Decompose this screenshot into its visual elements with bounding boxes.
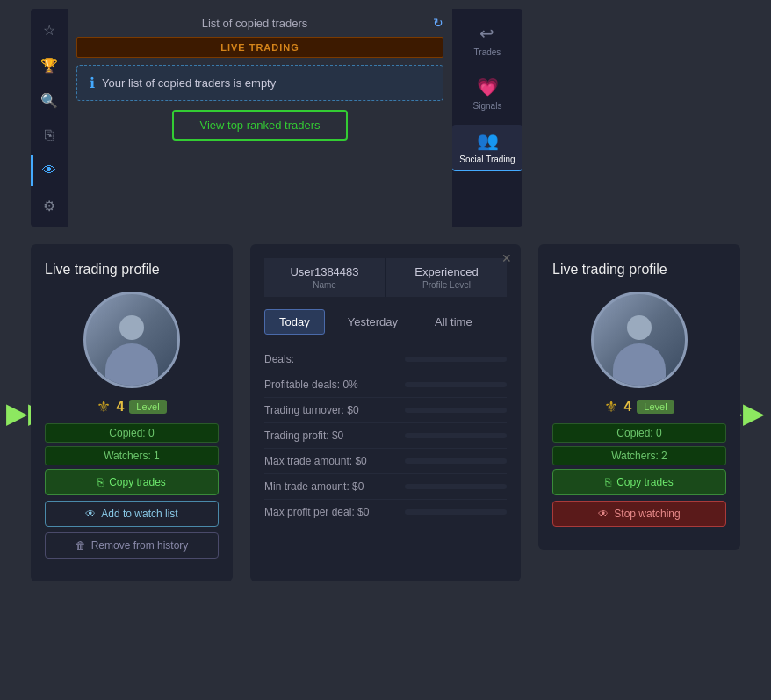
user-name-label: Name [271,280,378,290]
copy-icon-right: ⎘ [605,476,611,488]
tab-today[interactable]: Today [264,309,325,335]
eye-icon-left: 👁 [85,508,96,520]
level-badge-left: ⚜ 4 Level [45,397,219,416]
avatar-body-right [613,343,666,387]
user-info: User1384483 Name Experienced Profile Lev… [264,258,507,297]
nav-item-trades[interactable]: ↩ Trades [467,18,508,62]
tab-yesterday[interactable]: Yesterday [334,310,412,334]
copy-trades-button-left[interactable]: ⎘ Copy trades [45,469,219,495]
refresh-icon[interactable]: ↻ [433,16,443,30]
empty-notice-box: ℹ Your list of copied traders is empty [76,65,443,101]
sidebar-icon-eye[interactable]: 👁 [31,155,68,186]
right-card-wrapper: ▶▶ Live trading profile ⚜ 4 Level Copied… [538,244,740,581]
profile-title-left: Live trading profile [45,262,219,278]
live-trading-badge: LIVE TRADING [76,37,443,58]
sidebar-icon-star[interactable]: ☆ [31,14,68,46]
close-button[interactable]: ✕ [501,251,512,265]
nav-item-social[interactable]: 👥 Social Trading [452,125,522,171]
stat-bar-5 [405,484,507,489]
avatar-container-left [45,292,219,388]
main-panel: List of copied traders ↻ LIVE TRADING ℹ … [68,9,452,227]
profile-level-value: Experienced [393,265,500,278]
copy-label-left: Copy trades [109,476,166,488]
avatar-right [591,292,688,388]
sidebar-icon-trophy[interactable]: 🏆 [31,49,68,81]
profile-title-right: Live trading profile [552,262,726,278]
stat-bar-6 [405,509,507,515]
info-icon: ℹ [90,75,95,91]
profile-card-left: Live trading profile ⚜ 4 Level Copied: 0… [31,244,233,581]
copied-stat-right: Copied: 0 [552,423,726,443]
stop-watching-button[interactable]: 👁 Stop watching [552,501,726,527]
level-tag-left: Level [129,400,166,414]
sidebar-icon-copy[interactable]: ⎘ [31,119,68,151]
level-badge-right: ⚜ 4 Level [552,397,726,416]
level-tag-right: Level [637,400,674,414]
profile-card-right: Live trading profile ⚜ 4 Level Copied: 0… [538,244,740,550]
stat-label-0: Deals: [264,353,405,365]
signals-label: Signals [473,101,502,111]
trades-icon: ↩ [479,23,494,44]
stat-label-4: Max trade amount: $0 [264,455,405,467]
stat-label-5: Min trade amount: $0 [264,480,405,493]
level-num-right: 4 [623,399,631,415]
stat-row-4: Max trade amount: $0 [264,449,507,474]
view-top-traders-button[interactable]: View top ranked traders [172,110,348,141]
avatar-head-left [119,315,144,340]
stat-bar-1 [405,382,507,387]
stat-bar-2 [405,408,507,413]
copy-label-right: Copy trades [616,476,674,488]
signals-icon: 💗 [477,76,499,97]
stat-row-2: Trading turnover: $0 [264,398,507,423]
social-label: Social Trading [459,155,515,164]
avatar-body-left [105,343,158,387]
remove-label-left: Remove from history [91,539,189,552]
left-card-wrapper: ▶▶ Live trading profile ⚜ 4 Level Copied… [31,244,233,581]
stat-label-6: Max profit per deal: $0 [264,506,405,518]
watchers-stat-right: Watchers: 2 [552,446,726,465]
stat-bar-0 [405,357,507,362]
right-nav: ↩ Trades 💗 Signals 👥 Social Trading [452,9,522,227]
stat-label-1: Profitable deals: 0% [264,379,405,391]
remove-button-left[interactable]: 🗑 Remove from history [45,532,219,559]
stat-row-0: Deals: [264,347,507,372]
stat-label-3: Trading profit: $0 [264,429,405,442]
tab-alltime[interactable]: All time [421,310,486,334]
stat-label-2: Trading turnover: $0 [264,404,405,416]
stats-list: Deals: Profitable deals: 0% Trading turn… [264,347,507,524]
copy-trades-button-right[interactable]: ⎘ Copy trades [552,469,726,495]
list-title: List of copied traders [76,17,433,30]
laurel-left: ⚜ [97,397,111,416]
bottom-section: ▶▶ Live trading profile ⚜ 4 Level Copied… [31,244,740,581]
avatar-silhouette-right [609,315,670,386]
watch-button-left[interactable]: 👁 Add to watch list [45,501,219,527]
user-name-cell: User1384483 Name [264,258,386,297]
trades-label: Trades [474,47,501,57]
avatar-container-right [552,292,726,388]
avatar-head-right [627,315,652,340]
stat-row-5: Min trade amount: $0 [264,474,507,500]
stat-bar-3 [405,433,507,438]
stat-row-6: Max profit per deal: $0 [264,500,507,524]
list-header: List of copied traders ↻ [76,16,443,30]
sidebar-nav: ☆ 🏆 🔍 ⎘ 👁 ⚙ [31,9,68,227]
remove-icon-left: 🗑 [76,539,86,552]
stat-bar-4 [405,458,507,464]
profile-level-cell: Experienced Profile Level [386,258,507,297]
watchers-stat-left: Watchers: 1 [45,446,219,465]
sidebar-icon-settings[interactable]: ⚙ [31,190,68,221]
avatar-left [83,292,180,388]
nav-item-signals[interactable]: 💗 Signals [466,71,509,116]
social-icon: 👥 [477,130,499,151]
level-num-left: 4 [116,399,124,415]
laurel-right: ⚜ [604,397,618,416]
copied-stat-left: Copied: 0 [45,423,219,443]
stat-row-3: Trading profit: $0 [264,423,507,449]
stop-label: Stop watching [614,508,680,520]
user-name-value: User1384483 [271,265,378,278]
sidebar-icon-search[interactable]: 🔍 [31,84,68,116]
avatar-silhouette-left [101,315,162,386]
profile-level-label: Profile Level [393,280,500,290]
stats-panel: ✕ User1384483 Name Experienced Profile L… [250,244,521,581]
stop-icon: 👁 [598,508,609,520]
